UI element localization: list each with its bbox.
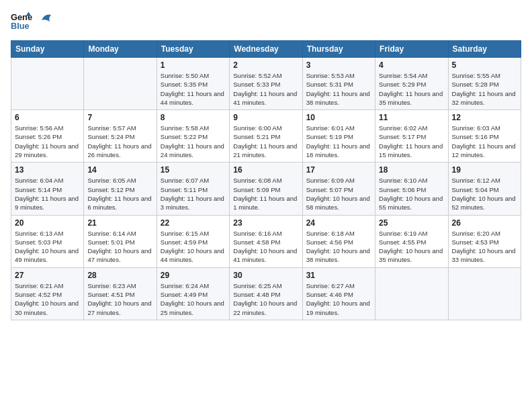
day-number: 20 bbox=[15, 218, 80, 228]
calendar-cell: 6Sunrise: 5:56 AMSunset: 5:26 PMDaylight… bbox=[11, 110, 84, 163]
day-number: 10 bbox=[306, 113, 371, 122]
calendar-cell: 7Sunrise: 5:57 AMSunset: 5:24 PMDaylight… bbox=[84, 110, 157, 163]
day-info: Sunrise: 6:09 AMSunset: 5:07 PMDaylight:… bbox=[306, 176, 371, 212]
day-info: Sunrise: 5:54 AMSunset: 5:29 PMDaylight:… bbox=[379, 71, 444, 107]
day-info: Sunrise: 5:58 AMSunset: 5:22 PMDaylight:… bbox=[161, 124, 226, 159]
day-number: 2 bbox=[233, 60, 298, 70]
day-number: 7 bbox=[87, 113, 152, 122]
column-header-thursday: Thursday bbox=[302, 41, 375, 58]
calendar-week-row: 27Sunrise: 6:21 AMSunset: 4:52 PMDayligh… bbox=[11, 267, 521, 320]
day-info: Sunrise: 6:07 AMSunset: 5:11 PMDaylight:… bbox=[161, 176, 226, 212]
calendar-cell: 13Sunrise: 6:04 AMSunset: 5:14 PMDayligh… bbox=[11, 163, 84, 215]
calendar-cell: 23Sunrise: 6:16 AMSunset: 4:58 PMDayligh… bbox=[230, 215, 302, 267]
day-number: 13 bbox=[15, 165, 80, 175]
day-number: 28 bbox=[87, 271, 152, 280]
day-info: Sunrise: 6:16 AMSunset: 4:58 PMDaylight:… bbox=[233, 229, 298, 265]
column-header-tuesday: Tuesday bbox=[157, 41, 229, 58]
day-number: 29 bbox=[161, 271, 226, 280]
calendar-cell: 12Sunrise: 6:03 AMSunset: 5:16 PMDayligh… bbox=[448, 110, 521, 163]
day-number: 16 bbox=[233, 165, 298, 175]
calendar-cell: 1Sunrise: 5:50 AMSunset: 5:35 PMDaylight… bbox=[157, 58, 229, 110]
day-number: 11 bbox=[379, 113, 444, 122]
day-info: Sunrise: 6:19 AMSunset: 4:55 PMDaylight:… bbox=[379, 229, 444, 265]
day-info: Sunrise: 6:01 AMSunset: 5:19 PMDaylight:… bbox=[306, 124, 371, 159]
day-info: Sunrise: 6:21 AMSunset: 4:52 PMDaylight:… bbox=[15, 281, 80, 317]
day-number: 22 bbox=[161, 218, 226, 228]
day-number: 21 bbox=[87, 218, 152, 228]
calendar-cell: 27Sunrise: 6:21 AMSunset: 4:52 PMDayligh… bbox=[11, 267, 84, 320]
calendar-table: SundayMondayTuesdayWednesdayThursdayFrid… bbox=[11, 40, 521, 320]
calendar-cell: 9Sunrise: 6:00 AMSunset: 5:21 PMDaylight… bbox=[230, 110, 302, 163]
day-number: 19 bbox=[452, 165, 517, 175]
day-number: 24 bbox=[306, 218, 371, 228]
day-info: Sunrise: 5:57 AMSunset: 5:24 PMDaylight:… bbox=[87, 124, 152, 159]
calendar-cell: 22Sunrise: 6:15 AMSunset: 4:59 PMDayligh… bbox=[157, 215, 229, 267]
day-number: 3 bbox=[306, 60, 371, 70]
day-number: 26 bbox=[452, 218, 517, 228]
day-info: Sunrise: 6:14 AMSunset: 5:01 PMDaylight:… bbox=[87, 229, 152, 265]
day-number: 1 bbox=[161, 60, 226, 70]
column-header-friday: Friday bbox=[375, 41, 448, 58]
day-info: Sunrise: 6:24 AMSunset: 4:49 PMDaylight:… bbox=[161, 281, 226, 317]
calendar-week-row: 1Sunrise: 5:50 AMSunset: 5:35 PMDaylight… bbox=[11, 58, 521, 110]
day-info: Sunrise: 6:23 AMSunset: 4:51 PMDaylight:… bbox=[87, 281, 152, 317]
calendar-cell: 31Sunrise: 6:27 AMSunset: 4:46 PMDayligh… bbox=[302, 267, 375, 320]
day-number: 17 bbox=[306, 165, 371, 175]
day-info: Sunrise: 6:08 AMSunset: 5:09 PMDaylight:… bbox=[233, 176, 298, 212]
day-number: 14 bbox=[87, 165, 152, 175]
day-info: Sunrise: 6:12 AMSunset: 5:04 PMDaylight:… bbox=[452, 176, 517, 212]
day-info: Sunrise: 6:15 AMSunset: 4:59 PMDaylight:… bbox=[161, 229, 226, 265]
day-info: Sunrise: 6:10 AMSunset: 5:06 PMDaylight:… bbox=[379, 176, 444, 212]
day-number: 15 bbox=[161, 165, 226, 175]
calendar-cell: 16Sunrise: 6:08 AMSunset: 5:09 PMDayligh… bbox=[230, 163, 302, 215]
day-number: 25 bbox=[379, 218, 444, 228]
day-info: Sunrise: 6:02 AMSunset: 5:17 PMDaylight:… bbox=[379, 124, 444, 159]
day-number: 9 bbox=[233, 113, 298, 122]
day-info: Sunrise: 6:03 AMSunset: 5:16 PMDaylight:… bbox=[452, 124, 517, 159]
calendar-cell: 10Sunrise: 6:01 AMSunset: 5:19 PMDayligh… bbox=[302, 110, 375, 163]
calendar-cell bbox=[84, 58, 157, 110]
day-info: Sunrise: 5:50 AMSunset: 5:35 PMDaylight:… bbox=[161, 71, 226, 107]
page-header: General Blue bbox=[11, 11, 521, 32]
column-header-sunday: Sunday bbox=[11, 41, 84, 58]
calendar-cell: 20Sunrise: 6:13 AMSunset: 5:03 PMDayligh… bbox=[11, 215, 84, 267]
calendar-cell: 2Sunrise: 5:52 AMSunset: 5:33 PMDaylight… bbox=[230, 58, 302, 110]
logo-icon: General Blue bbox=[11, 11, 32, 32]
calendar-cell: 28Sunrise: 6:23 AMSunset: 4:51 PMDayligh… bbox=[84, 267, 157, 320]
day-info: Sunrise: 6:18 AMSunset: 4:56 PMDaylight:… bbox=[306, 229, 371, 265]
day-number: 18 bbox=[379, 165, 444, 175]
day-info: Sunrise: 5:52 AMSunset: 5:33 PMDaylight:… bbox=[233, 71, 298, 107]
calendar-header-row: SundayMondayTuesdayWednesdayThursdayFrid… bbox=[11, 41, 521, 58]
day-info: Sunrise: 6:00 AMSunset: 5:21 PMDaylight:… bbox=[233, 124, 298, 159]
calendar-cell bbox=[375, 267, 448, 320]
day-info: Sunrise: 6:05 AMSunset: 5:12 PMDaylight:… bbox=[87, 176, 152, 212]
calendar-cell: 5Sunrise: 5:55 AMSunset: 5:28 PMDaylight… bbox=[448, 58, 521, 110]
day-info: Sunrise: 6:20 AMSunset: 4:53 PMDaylight:… bbox=[452, 229, 517, 265]
day-info: Sunrise: 5:56 AMSunset: 5:26 PMDaylight:… bbox=[15, 124, 80, 159]
day-number: 12 bbox=[452, 113, 517, 122]
day-number: 4 bbox=[379, 60, 444, 70]
column-header-monday: Monday bbox=[84, 41, 157, 58]
calendar-cell: 3Sunrise: 5:53 AMSunset: 5:31 PMDaylight… bbox=[302, 58, 375, 110]
calendar-week-row: 13Sunrise: 6:04 AMSunset: 5:14 PMDayligh… bbox=[11, 163, 521, 215]
day-info: Sunrise: 6:25 AMSunset: 4:48 PMDaylight:… bbox=[233, 281, 298, 317]
day-info: Sunrise: 6:13 AMSunset: 5:03 PMDaylight:… bbox=[15, 229, 80, 265]
calendar-cell: 29Sunrise: 6:24 AMSunset: 4:49 PMDayligh… bbox=[157, 267, 229, 320]
calendar-cell: 15Sunrise: 6:07 AMSunset: 5:11 PMDayligh… bbox=[157, 163, 229, 215]
column-header-saturday: Saturday bbox=[448, 41, 521, 58]
calendar-cell: 8Sunrise: 5:58 AMSunset: 5:22 PMDaylight… bbox=[157, 110, 229, 163]
day-info: Sunrise: 6:04 AMSunset: 5:14 PMDaylight:… bbox=[15, 176, 80, 212]
calendar-cell: 11Sunrise: 6:02 AMSunset: 5:17 PMDayligh… bbox=[375, 110, 448, 163]
calendar-cell: 21Sunrise: 6:14 AMSunset: 5:01 PMDayligh… bbox=[84, 215, 157, 267]
calendar-cell: 24Sunrise: 6:18 AMSunset: 4:56 PMDayligh… bbox=[302, 215, 375, 267]
day-number: 31 bbox=[306, 271, 371, 280]
day-info: Sunrise: 5:53 AMSunset: 5:31 PMDaylight:… bbox=[306, 71, 371, 107]
calendar-cell: 19Sunrise: 6:12 AMSunset: 5:04 PMDayligh… bbox=[448, 163, 521, 215]
calendar-cell: 14Sunrise: 6:05 AMSunset: 5:12 PMDayligh… bbox=[84, 163, 157, 215]
calendar-cell: 18Sunrise: 6:10 AMSunset: 5:06 PMDayligh… bbox=[375, 163, 448, 215]
calendar-week-row: 20Sunrise: 6:13 AMSunset: 5:03 PMDayligh… bbox=[11, 215, 521, 267]
day-number: 5 bbox=[452, 60, 517, 70]
calendar-cell: 25Sunrise: 6:19 AMSunset: 4:55 PMDayligh… bbox=[375, 215, 448, 267]
day-number: 6 bbox=[15, 113, 80, 122]
logo: General Blue bbox=[11, 11, 54, 32]
